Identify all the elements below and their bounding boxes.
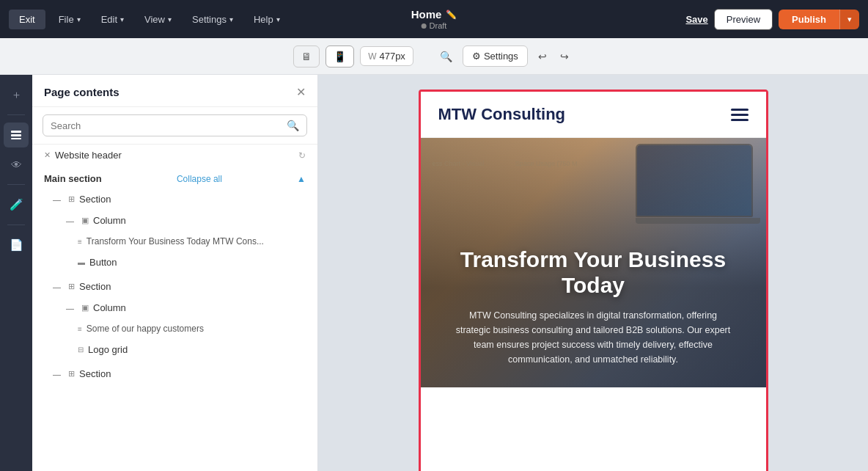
publish-caret-button[interactable]: ▾: [839, 10, 859, 29]
draft-dot-icon: [422, 23, 427, 29]
minus-icon: —: [53, 282, 61, 291]
view-menu[interactable]: View ▾: [137, 10, 179, 29]
width-label: W: [368, 51, 376, 62]
hero-title: Transform Your Business Today: [443, 247, 744, 298]
side-icon-bar: ＋ 👁 🧪 📄: [0, 75, 32, 471]
search-toolbar-button[interactable]: 🔍: [434, 46, 458, 67]
settings-menu[interactable]: Settings ▾: [185, 10, 240, 29]
flask-icon[interactable]: 🧪: [4, 192, 29, 217]
list-item[interactable]: ≡ Transform Your Business Today MTW Cons…: [32, 231, 317, 252]
canvas-area[interactable]: MTW Consulting: [318, 75, 868, 471]
nav-right-actions: Save Preview Publish ▾: [685, 9, 859, 30]
close-icon: ✕: [44, 150, 51, 160]
search-input[interactable]: [51, 120, 282, 131]
svg-rect-1: [11, 134, 21, 136]
website-header-item[interactable]: ✕ Website header ↻: [32, 145, 317, 166]
preview-button[interactable]: Preview: [714, 9, 773, 30]
panel-close-button[interactable]: ✕: [296, 85, 306, 99]
edit-menu[interactable]: Edit ▾: [94, 10, 131, 29]
page-title-area: Home ✏️ Draft: [411, 8, 457, 30]
grid-icon: ⊞: [68, 194, 75, 204]
hero-section: ess Chart - Visual Space Usage (750 M Tr…: [421, 138, 766, 387]
collapse-chevron-icon[interactable]: ▲: [297, 174, 306, 184]
preview-frame: MTW Consulting: [419, 90, 768, 471]
undo-button[interactable]: ↩: [532, 46, 553, 67]
main-layout: ＋ 👁 🧪 📄 Page contents ✕ 🔍: [0, 75, 868, 471]
website-header-label: Website header: [55, 150, 294, 161]
text-icon: ≡: [78, 238, 82, 246]
toolbar-right-actions: 🔍 ⚙ Settings ↩ ↪: [434, 45, 575, 67]
chevron-down-icon: ▾: [120, 15, 124, 23]
page-icon[interactable]: 📄: [4, 233, 29, 258]
site-header: MTW Consulting: [421, 92, 766, 138]
list-item[interactable]: — ⊞ Section: [32, 276, 317, 297]
desktop-device-button[interactable]: 🖥: [293, 45, 320, 67]
file-menu[interactable]: File ▾: [51, 10, 88, 29]
minus-icon: —: [53, 370, 61, 379]
panel-header: Page contents ✕: [32, 75, 317, 107]
refresh-icon[interactable]: ↻: [298, 150, 306, 161]
minus-icon: —: [53, 195, 61, 204]
logo-grid-icon: ⊟: [78, 346, 84, 354]
button-icon: ▬: [78, 258, 85, 266]
layers-icon[interactable]: [4, 123, 29, 147]
chevron-down-icon: ▾: [276, 15, 280, 23]
publish-button-group: Publish ▾: [779, 10, 859, 29]
divider: [7, 184, 25, 185]
chart-hint: ess Chart - Visual Space Usage (750 M: [433, 160, 578, 167]
top-navigation: Exit File ▾ Edit ▾ View ▾ Settings ▾ Hel…: [0, 0, 868, 38]
eye-icon[interactable]: 👁: [4, 152, 29, 177]
list-item[interactable]: ≡ Some of our happy customers: [32, 318, 317, 339]
minus-icon: —: [66, 216, 74, 225]
divider: [7, 114, 25, 115]
left-panel: Page contents ✕ 🔍 ✕ Website header ↻ Mai…: [32, 75, 318, 471]
list-item[interactable]: — ▣ Column: [32, 297, 317, 318]
add-element-icon[interactable]: ＋: [4, 82, 29, 107]
save-button[interactable]: Save: [685, 14, 707, 25]
tablet-device-button[interactable]: 📱: [326, 45, 354, 67]
help-menu[interactable]: Help ▾: [246, 10, 287, 29]
chevron-down-icon: ▾: [168, 15, 172, 23]
publish-button[interactable]: Publish: [779, 10, 839, 29]
svg-rect-2: [11, 138, 21, 139]
draft-label: Draft: [430, 21, 447, 30]
main-section-header: Main section Collapse all ▲: [32, 166, 317, 189]
divider: [7, 224, 25, 225]
panel-title: Page contents: [44, 86, 119, 98]
search-box: 🔍: [43, 114, 307, 136]
list-item[interactable]: — ⊞ Section: [32, 189, 317, 210]
chevron-down-icon: ▾: [77, 15, 81, 23]
search-icon[interactable]: 🔍: [287, 120, 299, 131]
exit-button[interactable]: Exit: [9, 10, 45, 29]
toolbar-row: 🖥 📱 W 477px 🔍 ⚙ Settings ↩ ↪: [0, 38, 868, 75]
hamburger-menu-icon[interactable]: [731, 109, 749, 121]
column-icon: ▣: [81, 216, 89, 225]
grid-icon: ⊞: [68, 369, 75, 379]
list-item[interactable]: — ▣ Column: [32, 210, 317, 231]
text-icon: ≡: [78, 325, 82, 333]
edit-title-icon[interactable]: ✏️: [446, 10, 457, 20]
site-logo: MTW Consulting: [438, 105, 566, 124]
width-display: W 477px: [360, 46, 413, 66]
grid-icon: ⊞: [68, 282, 75, 291]
main-section-label: Main section: [44, 173, 102, 184]
page-title: Home: [411, 8, 442, 21]
width-value: 477px: [379, 51, 405, 62]
search-row: 🔍: [32, 107, 317, 145]
column-icon: ▣: [81, 303, 89, 313]
hero-subtitle: MTW Consulting specializes in digital tr…: [454, 308, 732, 367]
redo-button[interactable]: ↪: [554, 46, 575, 67]
minus-icon: —: [66, 304, 74, 313]
list-item[interactable]: — ⊞ Section: [32, 363, 317, 384]
chevron-down-icon: ▾: [229, 15, 233, 23]
list-item[interactable]: ▬ Button: [32, 252, 317, 273]
svg-rect-0: [11, 131, 21, 133]
collapse-all-button[interactable]: Collapse all: [177, 174, 222, 184]
laptop-decoration: [636, 144, 760, 224]
gear-icon: ⚙: [472, 51, 481, 62]
hero-content: Transform Your Business Today MTW Consul…: [443, 247, 744, 367]
undo-redo-group: ↩ ↪: [532, 46, 575, 67]
tree-content: ✕ Website header ↻ Main section Collapse…: [32, 145, 317, 471]
list-item[interactable]: ⊟ Logo grid: [32, 339, 317, 360]
settings-toolbar-button[interactable]: ⚙ Settings: [463, 45, 528, 67]
